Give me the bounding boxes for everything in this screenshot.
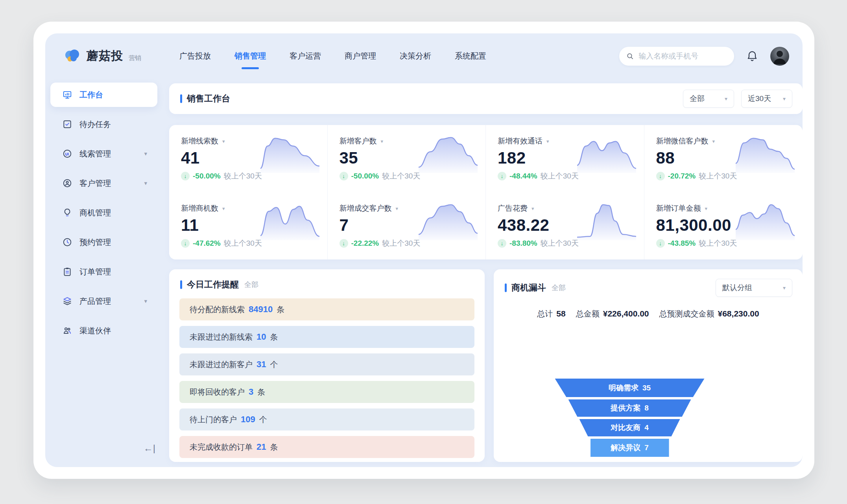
title-tick: [505, 283, 507, 292]
stat-title: 广告花费: [498, 203, 528, 213]
chevron-down-icon[interactable]: ▾: [381, 138, 384, 144]
stat-title: 新增线索数: [181, 136, 218, 146]
stat-compare-label: 较上个30天: [382, 171, 420, 181]
chevron-down-icon[interactable]: ▾: [705, 206, 708, 212]
reminder-item-unfollowed-leads[interactable]: 未跟进过的新线索 10 条: [179, 326, 474, 348]
date-range-value: 近30天: [748, 94, 771, 104]
nav-item-analytics[interactable]: 决策分析: [399, 48, 432, 64]
down-trend-icon: ↓: [181, 239, 190, 248]
reminder-item-visit-customers[interactable]: 待上门的客户 109 个: [179, 408, 474, 430]
chevron-down-icon[interactable]: ▾: [222, 206, 225, 212]
reminder-item-unfollowed-customers[interactable]: 未跟进过的新客户 31 个: [179, 353, 474, 375]
sidebar-item-todo-tasks[interactable]: 待办任务: [50, 112, 157, 136]
funnel-stage-label: 解决异议: [611, 443, 640, 453]
stat-card-new-customers: 新增客户数 ▾ 35 ↓ -50.00% 较上个30天: [328, 125, 486, 192]
reminder-unit: 条: [257, 387, 265, 397]
sidebar-item-channel-partners[interactable]: 渠道伙伴: [50, 318, 157, 343]
sidebar-item-label: 待办任务: [79, 119, 111, 130]
stat-title: 新增订单金额: [656, 203, 701, 213]
funnel-group-select[interactable]: 默认分组 ▾: [716, 279, 792, 297]
reminder-unit: 个: [270, 359, 278, 370]
sidebar-item-label: 产品管理: [79, 296, 111, 307]
chevron-down-icon[interactable]: ▾: [531, 206, 534, 212]
nav-item-settings[interactable]: 系统配置: [454, 48, 487, 64]
sidebar-collapse-button[interactable]: ←|: [144, 443, 155, 454]
workspace-filters: 全部 ▾ 近30天 ▾: [683, 90, 792, 108]
sidebar-item-label: 渠道伙伴: [79, 326, 111, 336]
chevron-down-icon[interactable]: ▾: [712, 138, 715, 144]
summary-forecast-amount: ¥68,230.00: [718, 309, 759, 318]
funnel-all-link[interactable]: 全部: [552, 283, 566, 292]
brand-name: 蘑菇投: [87, 48, 123, 64]
title-tick: [180, 94, 182, 103]
sidebar-item-products[interactable]: 产品管理 ▾: [50, 289, 157, 313]
notification-bell-icon[interactable]: [747, 50, 758, 62]
stat-card-valid-calls: 新增有效通话 ▾ 182 ↓ -48.44% 较上个30天: [486, 125, 644, 192]
chevron-down-icon: ▾: [144, 180, 153, 187]
stat-value: 41: [181, 149, 318, 167]
sidebar-item-leads[interactable]: 线索管理 ▾: [50, 142, 157, 166]
funnel-stage-compare-competitors: 对比友商 4: [579, 419, 680, 436]
reminder-count: 109: [241, 414, 255, 425]
clock-icon: [62, 237, 72, 247]
stat-value: 81,300.00: [656, 217, 793, 234]
sidebar-item-label: 工作台: [79, 90, 103, 100]
chevron-down-icon[interactable]: ▾: [222, 138, 225, 144]
partners-people-icon: [62, 326, 72, 336]
stat-change: -43.85%: [668, 239, 696, 248]
stat-compare-label: 较上个30天: [224, 238, 262, 248]
reminder-item-recycling-customers[interactable]: 即将回收的客户 3 条: [179, 381, 474, 403]
nav-label: 系统配置: [455, 52, 486, 60]
brand-logo: 蘑菇投 营销: [63, 48, 141, 64]
search-box[interactable]: [619, 47, 734, 66]
nav-item-ads[interactable]: 广告投放: [179, 48, 212, 64]
reminder-count: 10: [256, 332, 266, 342]
active-tab-underline: [242, 67, 259, 69]
reminders-all-link[interactable]: 全部: [244, 280, 258, 289]
reminder-item-unpaid-orders[interactable]: 未完成收款的订单 21 条: [179, 436, 474, 458]
reminder-count: 31: [256, 359, 266, 370]
stat-change: -83.80%: [509, 239, 537, 248]
stat-title: 新增客户数: [340, 136, 377, 146]
today-reminders-panel: 今日工作提醒 全部 待分配的新线索 84910 条 未跟进过的新线索 10 条 …: [169, 269, 485, 462]
reminder-count: 21: [256, 442, 266, 452]
sidebar-item-opportunities[interactable]: 商机管理: [50, 200, 157, 225]
down-trend-icon: ↓: [340, 172, 348, 180]
nav-item-merchants[interactable]: 商户管理: [344, 48, 377, 64]
app-surface: 蘑菇投 营销 广告投放 销售管理 客户运营 商户管理 决策分析: [45, 33, 803, 467]
lightbulb-icon: [62, 208, 72, 218]
layers-icon: [62, 296, 72, 306]
funnel-stage-clear-demand: 明确需求 35: [555, 379, 705, 397]
page-title: 销售工作台: [187, 93, 230, 105]
funnel-stage-value: 35: [642, 384, 651, 392]
nav-item-customer-ops[interactable]: 客户运营: [289, 48, 322, 64]
sidebar-item-orders[interactable]: 订单管理: [50, 259, 157, 284]
chevron-down-icon[interactable]: ▾: [546, 138, 549, 144]
reminder-item-unassigned-leads[interactable]: 待分配的新线索 84910 条: [179, 298, 474, 320]
reminder-label: 待上门的客户: [190, 414, 237, 425]
chevron-down-icon[interactable]: ▾: [396, 206, 399, 212]
summary-label: 总计: [537, 309, 553, 319]
sidebar-item-label: 客户管理: [79, 178, 111, 189]
sidebar-item-label: 预约管理: [79, 237, 111, 248]
search-icon: [626, 52, 634, 61]
sidebar-item-workbench[interactable]: 工作台: [50, 83, 157, 107]
date-range-select[interactable]: 近30天 ▾: [741, 90, 792, 108]
sidebar-item-customers[interactable]: 客户管理 ▾: [50, 171, 157, 195]
funnel-stage-value: 8: [644, 404, 649, 412]
stat-compare-label: 较上个30天: [224, 171, 262, 181]
summary-total-count: 58: [556, 309, 565, 318]
funnel-stage-label: 对比友商: [611, 423, 640, 433]
stat-value: 7: [340, 217, 476, 234]
stat-value: 11: [181, 217, 318, 234]
search-input[interactable]: [638, 52, 727, 61]
stat-compare-label: 较上个30天: [541, 171, 579, 181]
funnel-stage-provide-solution: 提供方案 8: [568, 399, 691, 417]
summary-label: 总金额: [576, 309, 600, 319]
nav-item-sales[interactable]: 销售管理: [234, 48, 267, 64]
chevron-down-icon: ▾: [725, 96, 727, 102]
scope-select[interactable]: 全部 ▾: [683, 90, 734, 108]
sidebar-item-appointments[interactable]: 预约管理: [50, 230, 157, 254]
user-avatar[interactable]: [770, 47, 789, 66]
down-trend-icon: ↓: [498, 172, 506, 180]
